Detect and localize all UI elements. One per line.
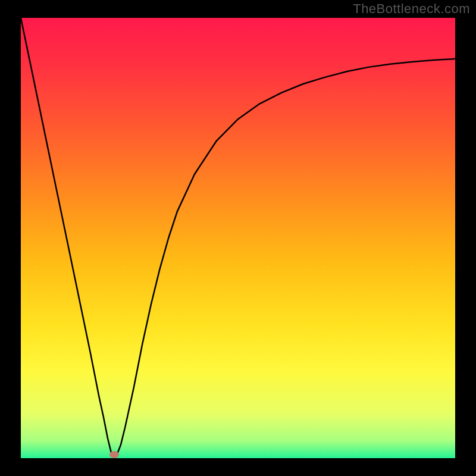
watermark-text: TheBottleneck.com [353,1,470,17]
chart-container: TheBottleneck.com [0,0,476,476]
bottleneck-chart [0,0,476,476]
plot-background [21,18,455,458]
optimum-marker [109,451,119,458]
